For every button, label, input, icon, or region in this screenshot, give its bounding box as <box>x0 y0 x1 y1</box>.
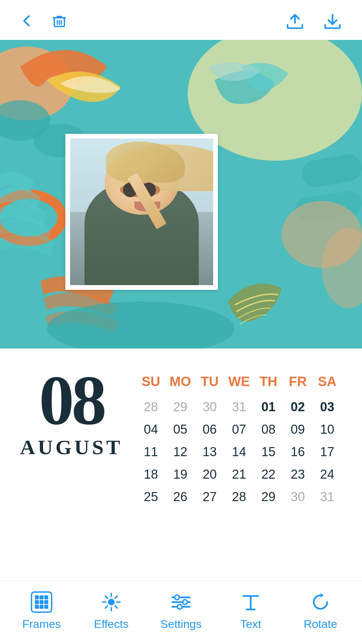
svg-rect-15 <box>44 595 48 599</box>
cal-day-cell[interactable]: 11 <box>136 442 166 462</box>
svg-rect-14 <box>40 595 44 599</box>
cal-day-cell[interactable]: 22 <box>254 465 283 484</box>
cal-day-cell[interactable]: 24 <box>312 465 342 484</box>
cal-day-header: FR <box>283 372 313 391</box>
calendar-grid: SUMOTUWETHFRSA 2829303101020304050607080… <box>136 369 342 507</box>
svg-rect-20 <box>40 605 44 609</box>
effects-icon <box>100 591 123 613</box>
calendar-section: 08 AUGUST SUMOTUWETHFRSA 282930310102030… <box>0 348 362 524</box>
top-bar-left <box>17 10 70 32</box>
photo-frame[interactable] <box>65 134 218 290</box>
cal-day-cell[interactable]: 04 <box>136 420 166 439</box>
cal-day-cell[interactable]: 30 <box>283 487 313 507</box>
cal-day-cell[interactable]: 28 <box>136 397 166 417</box>
cal-day-header: WE <box>224 372 254 391</box>
cal-day-cell[interactable]: 06 <box>195 420 225 439</box>
cal-day-cell[interactable]: 16 <box>283 442 313 462</box>
cal-day-cell[interactable]: 15 <box>254 442 283 462</box>
svg-point-25 <box>177 604 182 609</box>
cal-day-cell[interactable]: 31 <box>224 397 254 417</box>
rotate-label: Rotate <box>304 618 337 631</box>
svg-rect-21 <box>44 605 48 609</box>
download-icon <box>322 12 343 30</box>
calendar-header: SUMOTUWETHFRSA <box>136 372 342 391</box>
text-icon <box>239 591 262 613</box>
cal-day-cell[interactable]: 30 <box>195 397 225 417</box>
svg-point-24 <box>183 600 187 604</box>
cal-day-cell[interactable]: 10 <box>312 420 342 439</box>
delete-button[interactable] <box>49 10 70 32</box>
cal-day-cell[interactable]: 29 <box>254 487 283 507</box>
cal-day-cell[interactable]: 25 <box>136 487 166 507</box>
cal-day-cell[interactable]: 28 <box>224 487 254 507</box>
cal-day-cell[interactable]: 23 <box>283 465 313 484</box>
settings-label: Settings <box>161 618 202 631</box>
cal-day-cell[interactable]: 21 <box>224 465 254 484</box>
cal-day-header: SU <box>136 372 166 391</box>
cal-day-cell[interactable]: 17 <box>312 442 342 462</box>
photo-image <box>70 139 213 285</box>
frames-label: Frames <box>22 618 61 631</box>
bottom-nav: Frames Effects Settings <box>0 580 362 644</box>
upload-button[interactable] <box>282 9 308 33</box>
svg-point-22 <box>108 599 115 605</box>
cal-day-cell[interactable]: 18 <box>136 465 166 484</box>
cal-day-cell[interactable]: 12 <box>166 442 195 462</box>
cal-day-cell[interactable]: 31 <box>312 487 342 507</box>
cal-day-header: TU <box>195 372 225 391</box>
cal-day-cell[interactable]: 13 <box>195 442 225 462</box>
nav-item-effects[interactable]: Effects <box>84 591 138 631</box>
svg-rect-17 <box>40 600 44 604</box>
cal-day-cell[interactable]: 07 <box>224 420 254 439</box>
top-bar <box>0 0 362 40</box>
cal-day-cell[interactable]: 09 <box>283 420 313 439</box>
rotate-icon <box>309 591 332 613</box>
frames-icon <box>30 591 53 613</box>
nav-item-settings[interactable]: Settings <box>154 591 208 631</box>
nav-item-frames[interactable]: Frames <box>15 591 68 631</box>
back-icon <box>19 13 34 28</box>
month-display: 08 AUGUST <box>20 369 123 459</box>
top-bar-right <box>282 9 345 33</box>
svg-rect-18 <box>44 600 48 604</box>
trash-icon <box>52 13 67 29</box>
svg-rect-19 <box>35 605 39 609</box>
cal-day-cell[interactable]: 14 <box>224 442 254 462</box>
cal-day-header: SA <box>312 372 342 391</box>
cal-day-header: MO <box>166 372 195 391</box>
nav-item-rotate[interactable]: Rotate <box>294 591 347 631</box>
cal-day-header: TH <box>254 372 283 391</box>
calendar-body: 2829303101020304050607080910111213141516… <box>136 397 342 507</box>
month-number: 08 <box>39 369 104 432</box>
svg-point-23 <box>175 595 179 600</box>
svg-rect-13 <box>35 595 39 599</box>
month-name: AUGUST <box>20 435 123 459</box>
settings-icon <box>170 591 192 613</box>
cal-day-cell[interactable]: 03 <box>312 397 342 417</box>
cal-day-cell[interactable]: 19 <box>166 465 195 484</box>
effects-label: Effects <box>94 618 128 631</box>
svg-rect-16 <box>35 600 39 604</box>
nav-item-text[interactable]: Text <box>224 591 278 631</box>
cal-day-cell[interactable]: 20 <box>195 465 225 484</box>
cal-day-cell[interactable]: 01 <box>254 397 283 417</box>
cal-day-cell[interactable]: 29 <box>166 397 195 417</box>
cal-day-cell[interactable]: 08 <box>254 420 283 439</box>
text-label: Text <box>240 618 261 631</box>
cal-day-cell[interactable]: 27 <box>195 487 225 507</box>
upload-icon <box>285 12 305 30</box>
cal-day-cell[interactable]: 02 <box>283 397 313 417</box>
cal-day-cell[interactable]: 26 <box>166 487 195 507</box>
canvas-area[interactable] <box>0 40 362 348</box>
cal-day-cell[interactable]: 05 <box>166 420 195 439</box>
back-button[interactable] <box>17 11 37 32</box>
download-button[interactable] <box>320 9 345 33</box>
